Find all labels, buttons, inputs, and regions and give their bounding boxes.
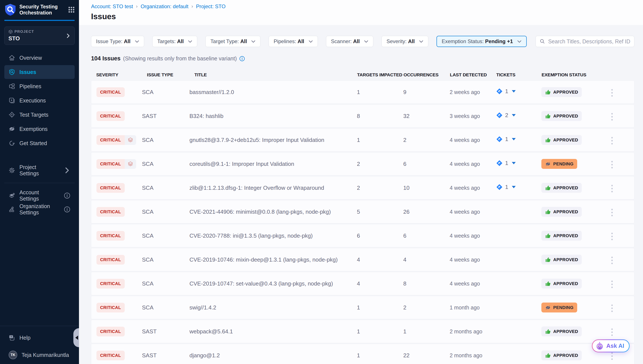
table-row[interactable]: CRITICAL SCA CVE-2019-10747: set-value@0… xyxy=(91,272,634,295)
help-button[interactable]: ? Help xyxy=(4,331,75,344)
issue-title[interactable]: swig//1.4.2 xyxy=(189,304,357,311)
jira-ticket-icon xyxy=(496,160,503,166)
targets-impacted-value: 1 xyxy=(357,304,403,311)
row-menu-button[interactable] xyxy=(608,183,616,194)
last-detected-value: 2 weeks ago xyxy=(450,89,496,95)
issue-title[interactable]: zlib@1:1.2.13.dfsg-1: Integer Overflow o… xyxy=(189,184,357,191)
issue-title[interactable]: bassmaster//1.2.0 xyxy=(189,89,357,96)
filter-issue-type[interactable]: Issue Type: All xyxy=(91,36,144,47)
breadcrumb-project[interactable]: Project: STO xyxy=(196,4,226,10)
table-row[interactable]: CRITICAL SAST django@1.2 1 22 2 months a… xyxy=(91,344,634,364)
issue-title[interactable]: django@1.2 xyxy=(189,352,357,359)
issue-title[interactable]: CVE-2021-44906: minimist@0.0.8 (lang-pkg… xyxy=(189,208,357,215)
ticket-dropdown[interactable]: 2 xyxy=(496,112,516,118)
module-grid-icon[interactable] xyxy=(68,6,75,13)
sidebar-item-get-started[interactable]: Get Started xyxy=(4,136,75,150)
last-detected-value: 4 weeks ago xyxy=(450,137,496,143)
filter-exemption-status[interactable]: Exemption Status: Pending +1 xyxy=(436,36,527,47)
targets-impacted-value: 8 xyxy=(357,113,403,120)
filter-targets[interactable]: Targets: All xyxy=(152,36,197,47)
exemption-status-label: APPROVED xyxy=(553,114,578,118)
info-icon[interactable] xyxy=(64,206,70,212)
table-row[interactable]: CRITICAL SCA CVE-2019-10746: mixin-deep@… xyxy=(91,248,634,271)
table-row[interactable]: CRITICAL SCA coreutils@9.1-1: Improper I… xyxy=(91,152,634,176)
row-menu-button[interactable] xyxy=(608,302,616,314)
row-menu-button[interactable] xyxy=(608,278,616,290)
grouped-issues-icon xyxy=(125,135,136,145)
exemption-status-cell: APPROVED xyxy=(541,87,608,97)
sidebar-item-exemptions[interactable]: Exemptions xyxy=(4,122,75,136)
sidebar-item-project-settings[interactable]: Project Settings xyxy=(4,164,75,177)
table-row[interactable]: CRITICAL SAST webpack@5.64.1 1 1 2 month… xyxy=(91,320,634,343)
chevron-down-icon xyxy=(188,40,192,43)
row-menu-button[interactable] xyxy=(608,254,616,266)
collapse-arrow-icon xyxy=(75,336,78,340)
tickets-cell: 1 xyxy=(496,184,541,192)
sidebar-item-issues[interactable]: Issues xyxy=(4,65,75,79)
issue-title[interactable]: CVE-2019-10747: set-value@0.4.3 (lang-pk… xyxy=(189,280,357,287)
info-icon[interactable] xyxy=(64,192,70,199)
ticket-dropdown[interactable]: 1 xyxy=(496,136,516,142)
issue-title[interactable]: gnutls28@3.7.9-2+deb12u5: Improper Input… xyxy=(189,137,357,144)
ticket-dropdown[interactable]: 1 xyxy=(496,160,516,166)
filter-target-type[interactable]: Target Type: All xyxy=(205,36,260,47)
table-row[interactable]: CRITICAL SCA CVE-2021-44906: minimist@0.… xyxy=(91,200,634,224)
table-row[interactable]: CRITICAL SCA gnutls28@3.7.9-2+deb12u5: I… xyxy=(91,128,634,152)
chevron-down-icon xyxy=(419,40,423,43)
severity-cell: CRITICAL xyxy=(97,303,142,312)
severity-label: CRITICAL xyxy=(97,231,125,241)
ticket-dropdown[interactable]: 1 xyxy=(496,184,516,190)
thumbs-up-icon xyxy=(545,209,551,215)
severity-cell: CRITICAL xyxy=(97,183,142,193)
severity-label: CRITICAL xyxy=(97,135,125,145)
user-menu[interactable]: TK Teja Kummarikuntla xyxy=(4,348,75,362)
filter-pipelines[interactable]: Pipelines: All xyxy=(269,36,318,47)
row-menu-button[interactable] xyxy=(608,159,616,170)
avatar: TK xyxy=(9,351,17,359)
ticket-dropdown[interactable]: 1 xyxy=(496,88,516,95)
breadcrumb-organization[interactable]: Organization: default xyxy=(141,4,188,10)
issue-title[interactable]: coreutils@9.1-1: Improper Input Validati… xyxy=(189,161,357,167)
targets-impacted-value: 1 xyxy=(357,137,403,144)
occurrences-value: 10 xyxy=(403,184,450,191)
row-menu-button[interactable] xyxy=(608,111,616,123)
row-menu-button[interactable] xyxy=(608,87,616,99)
search-input[interactable] xyxy=(548,38,630,45)
project-selector[interactable]: PROJECT STO xyxy=(4,26,75,45)
filter-scanner[interactable]: Scanner: All xyxy=(326,36,373,47)
table-row[interactable]: CRITICAL SAST B324: hashlib 8 32 3 weeks… xyxy=(91,104,634,128)
issue-title[interactable]: B324: hashlib xyxy=(189,113,357,120)
sidebar-item-pipelines[interactable]: Pipelines xyxy=(4,79,75,93)
sidebar-item-test-targets[interactable]: Test Targets xyxy=(4,108,75,122)
sidebar-item-organization-settings[interactable]: Organization Settings xyxy=(4,202,75,216)
issue-title[interactable]: CVE-2019-10746: mixin-deep@1.3.1 (lang-p… xyxy=(189,256,357,263)
row-menu-button[interactable] xyxy=(608,135,616,147)
exemption-status-cell: APPROVED xyxy=(541,207,608,217)
caret-down-icon xyxy=(512,90,516,92)
occurrences-value: 2 xyxy=(403,137,450,144)
thumbs-up-icon xyxy=(545,137,551,143)
filter-severity[interactable]: Severity: All xyxy=(381,36,428,47)
ask-ai-button[interactable]: Ask AI xyxy=(592,340,630,352)
sidebar-item-executions[interactable]: Executions xyxy=(4,94,75,108)
breadcrumb-account[interactable]: Account: STO test xyxy=(91,4,133,10)
table-row[interactable]: CRITICAL SCA bassmaster//1.2.0 1 9 2 wee… xyxy=(91,80,634,104)
table-row[interactable]: CRITICAL SCA zlib@1:1.2.13.dfsg-1: Integ… xyxy=(91,176,634,200)
row-menu-button[interactable] xyxy=(608,206,616,218)
occurrences-value: 9 xyxy=(403,89,450,96)
row-menu-button[interactable] xyxy=(608,326,616,338)
exemption-status-label: PENDING xyxy=(553,162,573,166)
row-menu-button[interactable] xyxy=(608,230,616,242)
table-row[interactable]: CRITICAL SCA swig//1.4.2 1 2 1 month ago xyxy=(91,296,634,319)
sidebar-collapse-handle[interactable] xyxy=(73,328,79,347)
sidebar-item-account-settings[interactable]: Account Settings xyxy=(4,189,75,202)
table-row[interactable]: CRITICAL SCA CVE-2020-7788: ini@1.3.5 (l… xyxy=(91,224,634,247)
targets-impacted-value: 1 xyxy=(357,89,403,96)
sidebar-nav: Overview Issues Pipelines Exe xyxy=(0,51,79,150)
issue-title[interactable]: CVE-2020-7788: ini@1.3.5 (lang-pkgs, nod… xyxy=(189,232,357,239)
issue-type: SCA xyxy=(142,280,189,287)
issue-title[interactable]: webpack@5.64.1 xyxy=(189,328,357,335)
info-icon[interactable] xyxy=(239,56,245,62)
severity-cell: CRITICAL xyxy=(97,135,142,145)
sidebar-item-overview[interactable]: Overview xyxy=(4,51,75,65)
